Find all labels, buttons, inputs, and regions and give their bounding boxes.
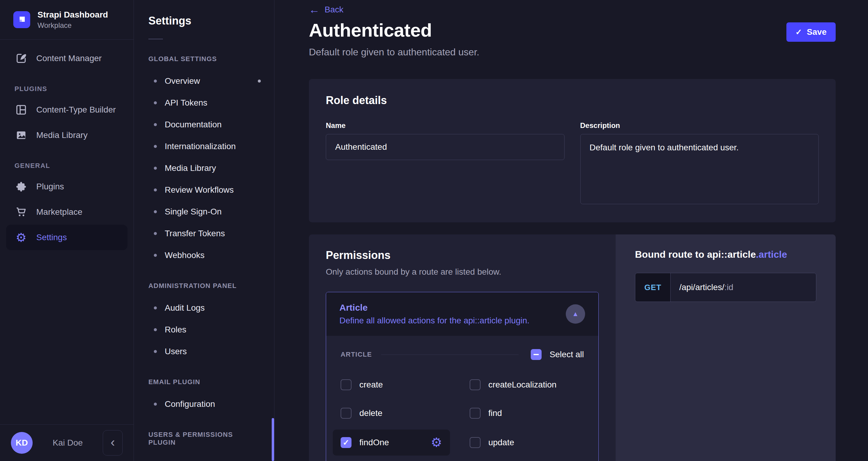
checkbox-create[interactable] bbox=[341, 379, 351, 390]
subnav-item-single-sign-on[interactable]: Single Sign-On bbox=[134, 201, 274, 223]
bullet-icon bbox=[154, 145, 157, 148]
sidebar-item-media-library[interactable]: Media Library bbox=[6, 122, 128, 148]
subnav-section: GLOBAL SETTINGSOverviewAPI TokensDocumen… bbox=[134, 55, 274, 266]
subnav-item-review-workflows[interactable]: Review Workflows bbox=[134, 179, 274, 201]
save-label: Save bbox=[807, 27, 827, 37]
route-path: /api/articles/:id bbox=[671, 273, 816, 301]
permissions-heading: Permissions bbox=[326, 249, 599, 262]
actions-grid: createcreateLocalizationdeletefind✓findO… bbox=[341, 379, 584, 449]
article-accordion-header[interactable]: Article Define all allowed actions for t… bbox=[326, 292, 598, 336]
bullet-icon bbox=[154, 80, 157, 83]
sidebar-item-content-manager[interactable]: Content Manager bbox=[6, 46, 128, 71]
layout-icon bbox=[14, 103, 28, 116]
checkbox-findone[interactable]: ✓ bbox=[341, 437, 351, 448]
back-arrow-icon: ← bbox=[309, 4, 320, 15]
description-field[interactable]: Default role given to authenticated user… bbox=[580, 134, 819, 204]
action-row-findone[interactable]: ✓findOne⚙ bbox=[333, 430, 450, 456]
strapi-logo-icon bbox=[13, 11, 30, 28]
bound-route-title: Bound route to api::article.article bbox=[635, 249, 816, 260]
group-divider bbox=[381, 354, 519, 355]
subnav-item-label: API Tokens bbox=[165, 98, 207, 108]
subnav-item-label: Review Workflows bbox=[165, 185, 234, 195]
subnav-item-api-tokens[interactable]: API Tokens bbox=[134, 92, 274, 114]
action-row-delete[interactable]: delete bbox=[341, 408, 470, 419]
user-name: Kai Doe bbox=[33, 438, 103, 448]
sidebar-footer: KD Kai Doe ‹ bbox=[0, 424, 133, 461]
workspace-subtitle: Workplace bbox=[37, 21, 108, 30]
route-param-text: :id bbox=[724, 283, 734, 292]
back-link[interactable]: ← Back bbox=[309, 4, 343, 15]
bullet-icon bbox=[154, 254, 157, 257]
subnav-item-documentation[interactable]: Documentation bbox=[134, 114, 274, 136]
page-title: Authenticated bbox=[309, 20, 432, 40]
subnav-divider bbox=[148, 39, 163, 39]
subnav-section-label: USERS & PERMISSIONS PLUGIN bbox=[148, 431, 259, 446]
sidebar-section-label: PLUGINS bbox=[14, 85, 128, 93]
name-label: Name bbox=[326, 121, 564, 130]
bullet-icon bbox=[154, 328, 157, 331]
action-row-find[interactable]: find bbox=[470, 408, 584, 419]
subnav-item-configuration[interactable]: Configuration bbox=[134, 393, 274, 415]
subnav-item-transfer-tokens[interactable]: Transfer Tokens bbox=[134, 223, 274, 244]
description-label: Description bbox=[580, 121, 819, 130]
action-label: findOne bbox=[359, 438, 389, 448]
action-row-createlocalization[interactable]: createLocalization bbox=[470, 379, 584, 390]
select-all-control[interactable]: Select all bbox=[531, 349, 584, 360]
sidebar-item-content-type-builder[interactable]: Content-Type Builder bbox=[6, 97, 128, 122]
subnav-item-roles[interactable]: Roles bbox=[134, 454, 274, 461]
role-details-card: Role details Name Description Default ro… bbox=[309, 79, 836, 222]
subnav-item-label: Users bbox=[165, 347, 187, 356]
subnav-item-webhooks[interactable]: Webhooks bbox=[134, 244, 274, 266]
checkbox-find[interactable] bbox=[470, 408, 480, 419]
checkbox-createlocalization[interactable] bbox=[470, 379, 480, 390]
name-field[interactable] bbox=[326, 134, 564, 160]
bullet-icon bbox=[154, 167, 157, 170]
save-button[interactable]: ✓ Save bbox=[786, 22, 836, 42]
bullet-icon bbox=[154, 403, 157, 406]
subnav-item-label: Audit Logs bbox=[165, 303, 205, 313]
main-content: ← Back Authenticated ✓ Save Default role… bbox=[274, 0, 868, 461]
sidebar-item-label: Settings bbox=[36, 233, 67, 242]
subnav-item-roles[interactable]: Roles bbox=[134, 319, 274, 341]
bullet-icon bbox=[154, 123, 157, 126]
subnav-item-label: Roles bbox=[165, 460, 186, 461]
subnav-item-media-library[interactable]: Media Library bbox=[134, 157, 274, 179]
sidebar-item-marketplace[interactable]: Marketplace bbox=[6, 199, 128, 225]
subnav-item-audit-logs[interactable]: Audit Logs bbox=[134, 297, 274, 319]
checkbox-update[interactable] bbox=[470, 437, 480, 448]
route-display: GET /api/articles/:id bbox=[635, 273, 816, 302]
subnav-section: ADMINISTRATION PANELAudit LogsRolesUsers bbox=[134, 282, 274, 363]
bound-route-title-accent: .article bbox=[756, 249, 787, 260]
bound-route-title-text: Bound route to api::article bbox=[635, 249, 756, 260]
select-all-checkbox[interactable] bbox=[531, 349, 541, 360]
role-details-heading: Role details bbox=[326, 94, 819, 107]
subnav-item-overview[interactable]: Overview bbox=[134, 70, 274, 92]
subnav-item-label: Media Library bbox=[165, 163, 216, 173]
bullet-icon bbox=[154, 307, 157, 310]
subnav-item-internationalization[interactable]: Internationalization bbox=[134, 136, 274, 157]
sidebar-item-label: Plugins bbox=[36, 182, 64, 192]
avatar[interactable]: KD bbox=[11, 432, 33, 454]
http-method-badge: GET bbox=[635, 273, 671, 301]
notification-dot-icon bbox=[258, 80, 261, 83]
action-group-label: ARTICLE bbox=[341, 351, 372, 358]
subnav-item-label: Single Sign-On bbox=[165, 207, 221, 217]
collapse-sidebar-button[interactable]: ‹ bbox=[103, 430, 123, 456]
checkbox-delete[interactable] bbox=[341, 408, 351, 419]
action-row-create[interactable]: create bbox=[341, 379, 470, 390]
action-row-update[interactable]: update bbox=[470, 436, 584, 449]
sidebar-item-settings[interactable]: ⚙Settings bbox=[6, 225, 128, 250]
action-label: update bbox=[488, 438, 515, 448]
action-label: find bbox=[488, 408, 502, 418]
action-settings-gear-icon[interactable]: ⚙ bbox=[431, 436, 442, 449]
pen-icon bbox=[14, 52, 28, 65]
workspace-brand[interactable]: Strapi Dashboard Workplace bbox=[0, 0, 133, 40]
subnav-title: Settings bbox=[148, 15, 274, 27]
subnav-section-label: ADMINISTRATION PANEL bbox=[148, 282, 259, 290]
bullet-icon bbox=[154, 189, 157, 192]
collapse-accordion-button[interactable]: ▲ bbox=[566, 304, 585, 324]
sidebar-item-plugins[interactable]: Plugins bbox=[6, 174, 128, 199]
subnav-item-users[interactable]: Users bbox=[134, 341, 274, 363]
subnav-scrollbar-thumb[interactable] bbox=[272, 418, 274, 461]
route-path-text: /api/articles/ bbox=[679, 283, 724, 292]
